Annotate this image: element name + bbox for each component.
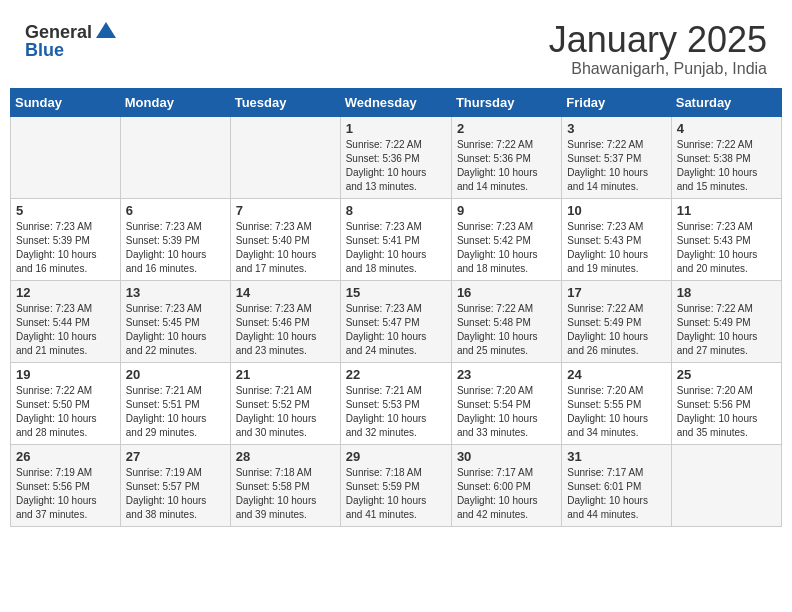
calendar-cell: 17Sunrise: 7:22 AMSunset: 5:49 PMDayligh… [562, 280, 671, 362]
calendar-cell: 30Sunrise: 7:17 AMSunset: 6:00 PMDayligh… [451, 444, 561, 526]
calendar-cell: 22Sunrise: 7:21 AMSunset: 5:53 PMDayligh… [340, 362, 451, 444]
calendar-cell [230, 116, 340, 198]
calendar-cell: 7Sunrise: 7:23 AMSunset: 5:40 PMDaylight… [230, 198, 340, 280]
day-info: Sunrise: 7:22 AMSunset: 5:36 PMDaylight:… [457, 138, 556, 194]
day-info: Sunrise: 7:21 AMSunset: 5:53 PMDaylight:… [346, 384, 446, 440]
day-number: 11 [677, 203, 776, 218]
day-number: 17 [567, 285, 665, 300]
day-number: 9 [457, 203, 556, 218]
day-number: 10 [567, 203, 665, 218]
day-number: 25 [677, 367, 776, 382]
day-info: Sunrise: 7:19 AMSunset: 5:56 PMDaylight:… [16, 466, 115, 522]
calendar-cell: 20Sunrise: 7:21 AMSunset: 5:51 PMDayligh… [120, 362, 230, 444]
svg-marker-0 [96, 22, 116, 38]
logo-icon [94, 20, 118, 44]
calendar-cell [120, 116, 230, 198]
day-info: Sunrise: 7:23 AMSunset: 5:39 PMDaylight:… [16, 220, 115, 276]
day-info: Sunrise: 7:21 AMSunset: 5:52 PMDaylight:… [236, 384, 335, 440]
day-number: 2 [457, 121, 556, 136]
calendar-cell: 12Sunrise: 7:23 AMSunset: 5:44 PMDayligh… [11, 280, 121, 362]
day-number: 7 [236, 203, 335, 218]
calendar-cell: 24Sunrise: 7:20 AMSunset: 5:55 PMDayligh… [562, 362, 671, 444]
calendar-cell: 9Sunrise: 7:23 AMSunset: 5:42 PMDaylight… [451, 198, 561, 280]
day-number: 18 [677, 285, 776, 300]
month-title: January 2025 [549, 20, 767, 60]
calendar-cell: 19Sunrise: 7:22 AMSunset: 5:50 PMDayligh… [11, 362, 121, 444]
calendar-cell: 6Sunrise: 7:23 AMSunset: 5:39 PMDaylight… [120, 198, 230, 280]
calendar-cell: 26Sunrise: 7:19 AMSunset: 5:56 PMDayligh… [11, 444, 121, 526]
calendar-cell [11, 116, 121, 198]
day-info: Sunrise: 7:22 AMSunset: 5:50 PMDaylight:… [16, 384, 115, 440]
day-info: Sunrise: 7:20 AMSunset: 5:56 PMDaylight:… [677, 384, 776, 440]
calendar-cell: 28Sunrise: 7:18 AMSunset: 5:58 PMDayligh… [230, 444, 340, 526]
week-row-2: 5Sunrise: 7:23 AMSunset: 5:39 PMDaylight… [11, 198, 782, 280]
day-info: Sunrise: 7:23 AMSunset: 5:45 PMDaylight:… [126, 302, 225, 358]
calendar-cell: 23Sunrise: 7:20 AMSunset: 5:54 PMDayligh… [451, 362, 561, 444]
weekday-header-wednesday: Wednesday [340, 88, 451, 116]
calendar-cell: 8Sunrise: 7:23 AMSunset: 5:41 PMDaylight… [340, 198, 451, 280]
day-info: Sunrise: 7:23 AMSunset: 5:43 PMDaylight:… [567, 220, 665, 276]
weekday-header-friday: Friday [562, 88, 671, 116]
day-number: 12 [16, 285, 115, 300]
title-block: January 2025 Bhawanigarh, Punjab, India [549, 20, 767, 78]
calendar-cell: 14Sunrise: 7:23 AMSunset: 5:46 PMDayligh… [230, 280, 340, 362]
calendar-cell: 25Sunrise: 7:20 AMSunset: 5:56 PMDayligh… [671, 362, 781, 444]
calendar-cell: 13Sunrise: 7:23 AMSunset: 5:45 PMDayligh… [120, 280, 230, 362]
calendar-cell: 3Sunrise: 7:22 AMSunset: 5:37 PMDaylight… [562, 116, 671, 198]
day-number: 8 [346, 203, 446, 218]
day-info: Sunrise: 7:17 AMSunset: 6:01 PMDaylight:… [567, 466, 665, 522]
day-number: 21 [236, 367, 335, 382]
calendar-cell: 5Sunrise: 7:23 AMSunset: 5:39 PMDaylight… [11, 198, 121, 280]
day-info: Sunrise: 7:20 AMSunset: 5:55 PMDaylight:… [567, 384, 665, 440]
day-info: Sunrise: 7:22 AMSunset: 5:37 PMDaylight:… [567, 138, 665, 194]
day-info: Sunrise: 7:21 AMSunset: 5:51 PMDaylight:… [126, 384, 225, 440]
day-info: Sunrise: 7:23 AMSunset: 5:44 PMDaylight:… [16, 302, 115, 358]
calendar-cell: 15Sunrise: 7:23 AMSunset: 5:47 PMDayligh… [340, 280, 451, 362]
calendar-cell: 10Sunrise: 7:23 AMSunset: 5:43 PMDayligh… [562, 198, 671, 280]
calendar-table: SundayMondayTuesdayWednesdayThursdayFrid… [10, 88, 782, 527]
day-number: 3 [567, 121, 665, 136]
weekday-header-row: SundayMondayTuesdayWednesdayThursdayFrid… [11, 88, 782, 116]
logo: General Blue [25, 20, 118, 61]
calendar-cell: 27Sunrise: 7:19 AMSunset: 5:57 PMDayligh… [120, 444, 230, 526]
day-number: 5 [16, 203, 115, 218]
day-number: 1 [346, 121, 446, 136]
calendar-cell: 11Sunrise: 7:23 AMSunset: 5:43 PMDayligh… [671, 198, 781, 280]
week-row-3: 12Sunrise: 7:23 AMSunset: 5:44 PMDayligh… [11, 280, 782, 362]
page-header: General Blue January 2025 Bhawanigarh, P… [10, 10, 782, 83]
day-number: 20 [126, 367, 225, 382]
day-info: Sunrise: 7:23 AMSunset: 5:47 PMDaylight:… [346, 302, 446, 358]
calendar-cell: 2Sunrise: 7:22 AMSunset: 5:36 PMDaylight… [451, 116, 561, 198]
calendar-cell: 16Sunrise: 7:22 AMSunset: 5:48 PMDayligh… [451, 280, 561, 362]
day-number: 27 [126, 449, 225, 464]
day-info: Sunrise: 7:22 AMSunset: 5:38 PMDaylight:… [677, 138, 776, 194]
day-info: Sunrise: 7:22 AMSunset: 5:36 PMDaylight:… [346, 138, 446, 194]
day-number: 28 [236, 449, 335, 464]
day-info: Sunrise: 7:23 AMSunset: 5:46 PMDaylight:… [236, 302, 335, 358]
day-number: 22 [346, 367, 446, 382]
day-info: Sunrise: 7:20 AMSunset: 5:54 PMDaylight:… [457, 384, 556, 440]
day-number: 26 [16, 449, 115, 464]
day-number: 13 [126, 285, 225, 300]
weekday-header-sunday: Sunday [11, 88, 121, 116]
calendar-cell: 4Sunrise: 7:22 AMSunset: 5:38 PMDaylight… [671, 116, 781, 198]
calendar-cell: 1Sunrise: 7:22 AMSunset: 5:36 PMDaylight… [340, 116, 451, 198]
day-number: 31 [567, 449, 665, 464]
day-number: 30 [457, 449, 556, 464]
day-info: Sunrise: 7:22 AMSunset: 5:48 PMDaylight:… [457, 302, 556, 358]
calendar-cell: 21Sunrise: 7:21 AMSunset: 5:52 PMDayligh… [230, 362, 340, 444]
calendar-cell: 29Sunrise: 7:18 AMSunset: 5:59 PMDayligh… [340, 444, 451, 526]
day-number: 23 [457, 367, 556, 382]
day-number: 4 [677, 121, 776, 136]
day-info: Sunrise: 7:23 AMSunset: 5:40 PMDaylight:… [236, 220, 335, 276]
day-info: Sunrise: 7:23 AMSunset: 5:42 PMDaylight:… [457, 220, 556, 276]
calendar-cell: 31Sunrise: 7:17 AMSunset: 6:01 PMDayligh… [562, 444, 671, 526]
calendar-cell [671, 444, 781, 526]
day-number: 16 [457, 285, 556, 300]
day-number: 24 [567, 367, 665, 382]
day-info: Sunrise: 7:19 AMSunset: 5:57 PMDaylight:… [126, 466, 225, 522]
day-number: 15 [346, 285, 446, 300]
day-number: 6 [126, 203, 225, 218]
day-info: Sunrise: 7:18 AMSunset: 5:59 PMDaylight:… [346, 466, 446, 522]
day-info: Sunrise: 7:22 AMSunset: 5:49 PMDaylight:… [567, 302, 665, 358]
